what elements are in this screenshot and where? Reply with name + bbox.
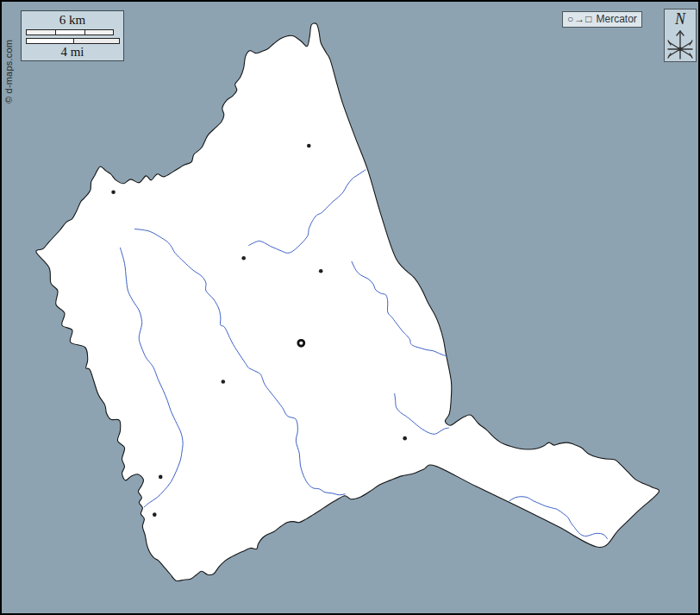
projection-symbol-icon: ○→□ (567, 12, 593, 27)
scale-mi-bar (26, 38, 120, 44)
map-layers (36, 23, 659, 581)
compass-rose-icon (665, 28, 696, 62)
city-dot (403, 436, 407, 441)
credit-watermark: © d-maps.com (3, 40, 14, 104)
scale-bar-segment (27, 30, 55, 35)
city-dot (307, 144, 311, 148)
scale-bar-segment (84, 30, 113, 35)
city-dot (222, 380, 226, 384)
city-dot (153, 512, 157, 517)
compass-north-label: N (665, 10, 696, 28)
scale-km-label: 6 km (22, 12, 123, 28)
map-svg (2, 2, 698, 613)
scale-bar-segment (73, 39, 120, 43)
scale-bar-panel: 6 km 4 mi (21, 10, 124, 61)
city-dot (241, 256, 246, 260)
city-dot (319, 269, 323, 273)
city-dot (159, 475, 163, 480)
compass-panel: N (664, 9, 697, 62)
scale-km-bar (26, 29, 114, 35)
capital-city-ring (298, 340, 304, 346)
projection-label: Mercator (597, 12, 637, 27)
city-dot (111, 190, 116, 194)
projection-panel: ○→□ Mercator (562, 11, 642, 28)
scale-bar-segment (55, 30, 84, 35)
map-canvas: © d-maps.com 6 km 4 mi ○→□ Mercator N (0, 0, 700, 615)
land-outline (36, 23, 659, 581)
scale-mi-label: 4 mi (22, 44, 123, 60)
scale-bar-segment (27, 39, 73, 43)
